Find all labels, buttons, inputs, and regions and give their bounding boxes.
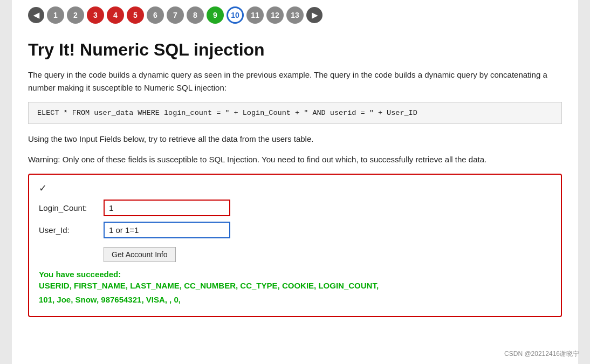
login-count-label: Login_Count: (39, 203, 104, 212)
sql-injection-form: ✓ Login_Count: User_Id: Get Account Info… (28, 174, 562, 317)
nav-item-13[interactable]: 13 (286, 6, 304, 24)
nav-item-1[interactable]: 1 (47, 6, 64, 24)
footer-credit: CSDN @20212416谢晓宁 (504, 349, 579, 359)
user-id-input[interactable] (104, 222, 230, 238)
nav-item-11[interactable]: 11 (246, 6, 264, 24)
code-block: ELECT * FROM user_data WHERE login_count… (28, 102, 562, 124)
page-title: Try It! Numeric SQL injection (28, 40, 562, 60)
description-2: Using the two Input Fields below, try to… (28, 133, 562, 146)
nav-item-3[interactable]: 3 (87, 6, 104, 24)
user-id-row: User_Id: (39, 222, 551, 238)
nav-item-2[interactable]: 2 (67, 6, 84, 24)
next-arrow[interactable]: ▶ (306, 7, 323, 23)
nav-item-4[interactable]: 4 (107, 6, 124, 24)
success-title: You have succeeded: (39, 270, 551, 279)
get-account-button[interactable]: Get Account Info (104, 247, 176, 262)
nav-item-9[interactable]: 9 (207, 6, 224, 24)
login-count-row: Login_Count: (39, 200, 551, 216)
navigation-bar: ◀ 1 2 3 4 5 6 7 8 9 10 11 12 13 ▶ (28, 6, 562, 24)
success-data-line1: USERID, FIRST_NAME, LAST_NAME, CC_NUMBER… (39, 279, 551, 293)
nav-item-10[interactable]: 10 (227, 6, 244, 24)
nav-item-12[interactable]: 12 (266, 6, 284, 24)
nav-item-7[interactable]: 7 (167, 6, 184, 24)
checkmark-icon: ✓ (39, 182, 551, 194)
prev-arrow[interactable]: ◀ (28, 7, 44, 23)
user-id-label: User_Id: (39, 225, 104, 235)
nav-item-8[interactable]: 8 (187, 6, 204, 24)
login-count-input[interactable] (104, 200, 230, 216)
nav-item-5[interactable]: 5 (127, 6, 144, 24)
success-section: You have succeeded: USERID, FIRST_NAME, … (39, 270, 551, 306)
nav-item-6[interactable]: 6 (147, 6, 164, 24)
success-data-line2: 101, Joe, Snow, 987654321, VISA, , 0, (39, 293, 551, 307)
description-1: The query in the code builds a dynamic q… (28, 68, 562, 94)
warning-text: Warning: Only one of these fields is sus… (28, 153, 562, 166)
